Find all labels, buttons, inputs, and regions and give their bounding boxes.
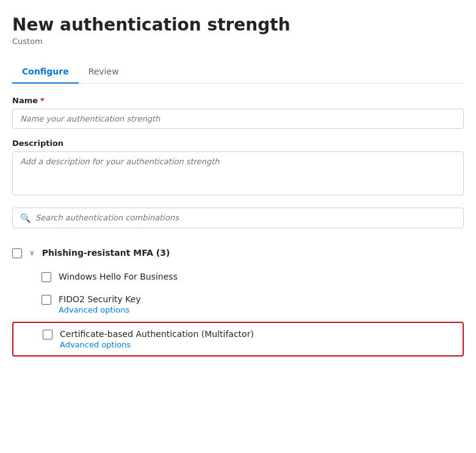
- tab-bar: Configure Review: [12, 60, 464, 84]
- name-label: Name*: [12, 96, 464, 105]
- fido2-advanced-options-link[interactable]: Advanced options: [59, 305, 141, 314]
- page-title: New authentication strength: [12, 15, 464, 35]
- group-header: ∨ Phishing-resistant MFA (3): [12, 241, 464, 266]
- tab-review[interactable]: Review: [79, 60, 129, 84]
- cba-content: Certificate-based Authentication (Multif…: [60, 329, 254, 349]
- search-input[interactable]: [35, 213, 456, 222]
- description-label: Description: [12, 139, 464, 148]
- combination-group-phishing-resistant: ∨ Phishing-resistant MFA (3) Windows Hel…: [12, 241, 464, 358]
- combination-list: ∨ Phishing-resistant MFA (3) Windows Hel…: [12, 241, 464, 358]
- cba-checkbox[interactable]: [43, 330, 52, 339]
- description-field-group: Description: [12, 139, 464, 198]
- whfb-name: Windows Hello For Business: [59, 272, 178, 281]
- cba-advanced-options-link[interactable]: Advanced options: [60, 340, 254, 349]
- list-item: Windows Hello For Business: [12, 266, 464, 288]
- whfb-content: Windows Hello For Business: [59, 272, 178, 281]
- search-icon: 🔍: [20, 213, 31, 223]
- fido2-name: FIDO2 Security Key: [59, 294, 141, 304]
- whfb-checkbox[interactable]: [41, 272, 51, 282]
- fido2-checkbox[interactable]: [41, 295, 51, 305]
- list-item: FIDO2 Security Key Advanced options: [12, 288, 464, 321]
- group-title: Phishing-resistant MFA (3): [42, 248, 170, 258]
- cba-name: Certificate-based Authentication (Multif…: [60, 329, 254, 339]
- search-container[interactable]: 🔍: [12, 208, 464, 228]
- name-input[interactable]: [12, 109, 464, 129]
- list-item: Certificate-based Authentication (Multif…: [12, 322, 464, 357]
- chevron-down-icon[interactable]: ∨: [29, 248, 35, 257]
- name-field-group: Name*: [12, 96, 464, 129]
- fido2-content: FIDO2 Security Key Advanced options: [59, 294, 141, 314]
- tab-configure[interactable]: Configure: [12, 60, 79, 84]
- page-subtitle: Custom: [12, 37, 464, 46]
- group-checkbox[interactable]: [12, 248, 22, 258]
- description-input[interactable]: [12, 151, 464, 195]
